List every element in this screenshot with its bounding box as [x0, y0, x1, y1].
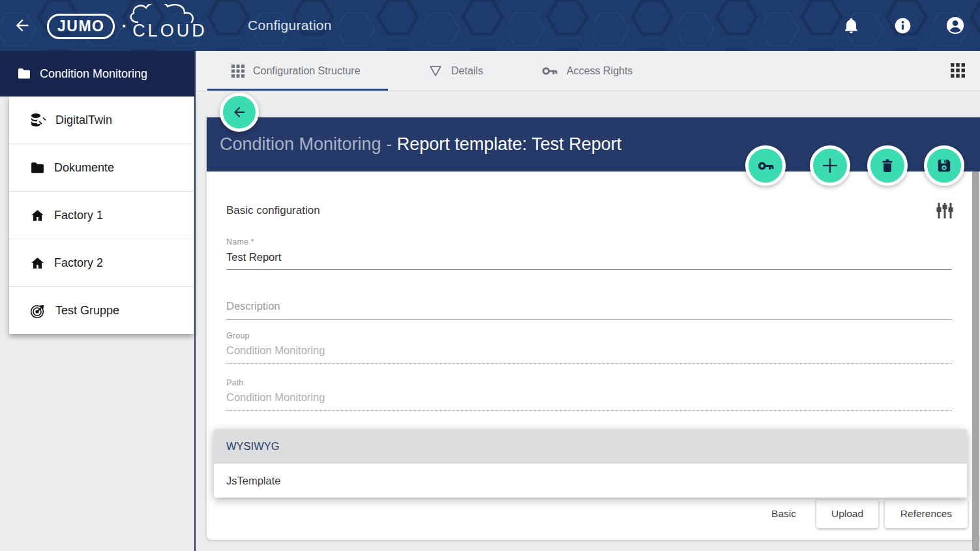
group-field-label: Group: [226, 331, 952, 340]
tab-bar: Configuration Structure Details Access R…: [196, 51, 980, 91]
top-app-bar: JUMO · CLOUD Configuration: [0, 0, 980, 51]
detail-panel-header: Condition Monitoring - Report template: …: [207, 117, 980, 171]
group-field: Group Condition Monitoring: [226, 331, 952, 364]
folder-icon: [16, 66, 32, 82]
sidebar-item-test-gruppe[interactable]: Test Gruppe: [9, 287, 194, 334]
funnel-icon: [428, 64, 443, 78]
tab-access-rights[interactable]: Access Rights: [541, 51, 632, 91]
dropdown-option-wysiwyg[interactable]: WYSIWYG: [214, 429, 967, 464]
active-tab-indicator: [207, 89, 388, 91]
app-window: JUMO · CLOUD Configuration: [0, 0, 980, 551]
tab-label: Configuration Structure: [253, 65, 361, 77]
name-field-label: Name *: [226, 237, 952, 246]
plus-icon: [820, 156, 840, 175]
info-icon[interactable]: [894, 17, 912, 35]
sidebar-item-digitaltwin[interactable]: DigitalTwin: [9, 97, 194, 144]
sidebar-item-factory-1[interactable]: Factory 1: [9, 192, 194, 239]
section-title: Basic configuration: [226, 204, 320, 217]
account-icon[interactable]: [945, 16, 965, 35]
key-icon: [757, 157, 775, 175]
cloud-logo: CLOUD: [132, 12, 207, 41]
access-key-fab-button[interactable]: [745, 145, 786, 186]
sidebar-item-factory-2[interactable]: Factory 2: [9, 239, 194, 287]
sidebar-item-label: DigitalTwin: [55, 113, 112, 127]
save-fab-button[interactable]: [924, 145, 964, 186]
apps-grid-icon[interactable]: [951, 63, 965, 78]
jumo-cloud-logo: JUMO · CLOUD: [47, 12, 207, 40]
cloud-outline-icon: [128, 4, 205, 23]
path-field-label: Path: [226, 378, 952, 387]
path-field: Path Condition Monitoring: [226, 378, 952, 411]
folder-icon: [29, 160, 46, 176]
sidebar-item-label: Test Gruppe: [55, 304, 119, 318]
tune-sliders-icon[interactable]: [936, 201, 954, 220]
sidebar-item-label: Dokumente: [54, 161, 114, 175]
delete-fab-button[interactable]: [867, 145, 908, 186]
page-title: Configuration: [248, 0, 332, 51]
tab-configuration-structure[interactable]: Configuration Structure: [231, 51, 361, 91]
description-field[interactable]: Description: [226, 300, 952, 320]
upload-button[interactable]: Upload: [816, 499, 878, 528]
sidebar-group-header[interactable]: Condition Monitoring: [0, 51, 196, 97]
key-icon: [541, 63, 558, 80]
description-placeholder: Description: [226, 300, 952, 319]
logo-separator-dot: ·: [121, 16, 127, 37]
sidebar-item-dokumente[interactable]: Dokumente: [9, 144, 194, 192]
vertical-scrollbar-thumb[interactable]: [972, 171, 979, 551]
detail-title-main: Report template: Test Report: [397, 134, 622, 154]
jumo-logo-text: JUMO: [57, 18, 104, 35]
home-icon: [29, 255, 46, 271]
tab-details[interactable]: Details: [428, 51, 483, 91]
path-field-value: Condition Monitoring: [226, 391, 952, 410]
detail-title: Condition Monitoring - Report template: …: [220, 117, 621, 171]
template-type-dropdown-menu: WYSIWYG JsTemplate: [214, 429, 967, 498]
save-icon: [936, 157, 953, 174]
back-fab-button[interactable]: [220, 93, 259, 132]
notifications-bell-icon[interactable]: [842, 17, 860, 35]
trash-icon: [879, 157, 896, 174]
dropdown-option-jstemplate[interactable]: JsTemplate: [214, 464, 967, 498]
grid-icon: [231, 65, 245, 78]
tab-label: Access Rights: [567, 65, 632, 77]
sidebar-group-label: Condition Monitoring: [40, 67, 147, 81]
name-field[interactable]: Name * Test Report: [226, 237, 952, 270]
basic-button[interactable]: Basic: [758, 499, 810, 528]
cloud-logo-text: CLOUD: [132, 21, 207, 40]
target-icon: [29, 302, 47, 320]
add-fab-button[interactable]: [810, 145, 850, 186]
sidebar-item-list: DigitalTwin Dokumente Factory 1 Factory …: [9, 97, 194, 334]
home-icon: [29, 207, 46, 224]
sidebar-item-label: Factory 2: [54, 256, 103, 270]
detail-title-prefix: Condition Monitoring -: [220, 134, 397, 154]
back-arrow-icon: [231, 104, 247, 120]
group-field-value: Condition Monitoring: [226, 344, 952, 363]
back-arrow-icon[interactable]: [13, 16, 31, 35]
tab-label: Details: [451, 65, 483, 77]
name-field-value: Test Report: [226, 251, 952, 269]
digital-twin-icon: [29, 112, 47, 129]
references-button[interactable]: References: [885, 499, 968, 528]
jumo-logo-pill: JUMO: [47, 14, 115, 39]
sidebar-item-label: Factory 1: [54, 209, 103, 222]
sidebar-divider: [194, 51, 196, 551]
